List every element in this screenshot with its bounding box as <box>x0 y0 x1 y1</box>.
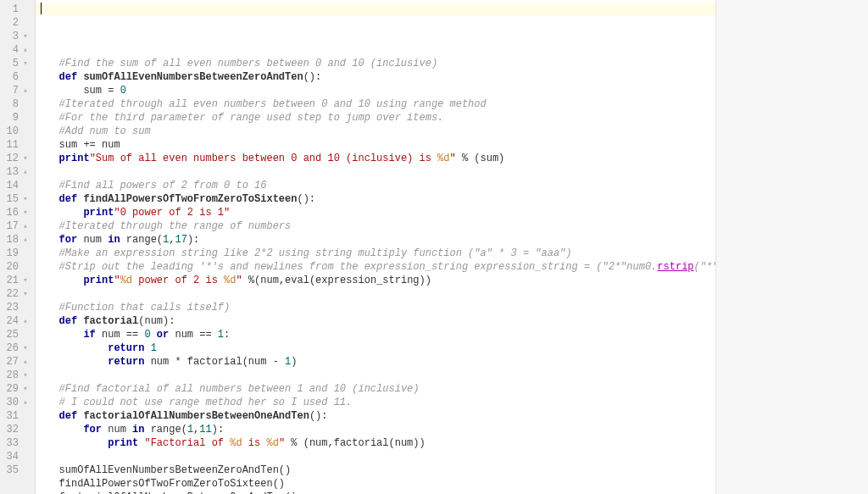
gutter-row: 1 <box>3 3 30 16</box>
code-line[interactable] <box>41 369 715 382</box>
code-line[interactable]: for num in range(1,11): <box>41 423 715 436</box>
fold-down-icon[interactable]: ▾ <box>21 196 30 203</box>
code-line[interactable]: #Add num to sum <box>41 125 715 138</box>
fold-down-icon[interactable]: ▾ <box>21 33 30 41</box>
code-line[interactable]: #Strip out the leading '*'s and newlines… <box>41 260 715 274</box>
code-line[interactable] <box>41 450 715 463</box>
code-line[interactable]: sum = 0 <box>41 84 715 97</box>
line-number: 34 <box>3 450 19 463</box>
fold-down-icon[interactable]: ▾ <box>21 277 30 285</box>
code-line[interactable]: sum += num <box>41 138 715 152</box>
code-token: eval <box>285 275 309 286</box>
code-line[interactable]: return 1 <box>41 341 715 355</box>
code-token <box>41 261 59 273</box>
gutter-row: 11 <box>3 138 30 152</box>
code-token: print <box>59 153 90 164</box>
code-token <box>41 71 59 83</box>
fold-up-icon[interactable]: ▴ <box>21 169 30 176</box>
code-token: def <box>59 193 78 205</box>
code-line[interactable]: #Function that calls itself) <box>41 301 715 314</box>
fold-down-icon[interactable]: ▾ <box>21 345 30 352</box>
gutter-row: 21▾ <box>3 274 30 287</box>
code-token: is <box>242 437 267 449</box>
code-token: (): <box>303 71 322 83</box>
code-line[interactable]: print"0 power of 2 is 1" <box>41 206 715 219</box>
code-token: print <box>108 437 138 449</box>
code-token: num == <box>96 329 145 341</box>
code-line[interactable] <box>41 287 715 301</box>
code-line[interactable] <box>41 165 715 179</box>
code-token: "0 power of 2 is 1" <box>114 207 230 219</box>
fold-up-icon[interactable]: ▴ <box>21 223 30 230</box>
code-line[interactable]: # I could not use range method her so I … <box>41 396 715 409</box>
code-line[interactable]: #Iterated through the range of numbers <box>41 219 715 233</box>
code-line[interactable]: print"Sum of all even numbers between 0 … <box>41 152 715 165</box>
code-token: #Find all powers of 2 from 0 to 16 <box>59 180 267 191</box>
code-line[interactable]: sumOfAllEvenNumbersBetweenZeroAndTen() <box>41 463 715 477</box>
code-line[interactable]: #Find factorial of all numbers between 1… <box>41 382 715 396</box>
line-number: 18 <box>3 233 19 247</box>
line-number: 2 <box>3 16 19 30</box>
fold-up-icon[interactable]: ▴ <box>21 47 30 54</box>
code-token: num <box>102 424 132 436</box>
code-token: #Add num to sum <box>59 125 151 137</box>
gutter-row: 12▾ <box>3 152 30 165</box>
line-number: 7 <box>3 84 19 97</box>
code-line[interactable]: def factorialOfAllNumbersBetweenOneAndTe… <box>41 409 715 423</box>
code-line[interactable]: print "Factorial of %d is %d" % (num,fac… <box>41 436 715 450</box>
code-line[interactable]: #For the third parameter of range used s… <box>41 111 715 125</box>
code-token <box>41 207 83 219</box>
code-token <box>41 98 59 110</box>
fold-down-icon[interactable]: ▾ <box>21 209 30 217</box>
code-token: %d <box>120 275 132 286</box>
code-line[interactable]: return num * factorial(num - 1) <box>41 355 715 369</box>
editor-right-margin <box>715 0 868 494</box>
code-token: def <box>59 315 78 327</box>
code-line[interactable]: def factorial(num): <box>41 314 715 328</box>
fold-up-icon[interactable]: ▴ <box>21 318 30 325</box>
code-line[interactable]: print"%d power of 2 is %d" %(num,eval(ex… <box>41 274 715 287</box>
code-line[interactable]: #Find the sum of all even numbers betwee… <box>41 57 715 70</box>
code-token: " <box>114 275 120 286</box>
fold-up-icon[interactable]: ▴ <box>21 87 30 95</box>
line-number: 3 <box>3 30 19 43</box>
gutter-row: 16▾ <box>3 206 30 219</box>
code-token <box>41 275 83 286</box>
code-token: in <box>132 424 144 436</box>
code-line[interactable]: if num == 0 or num == 1: <box>41 328 715 341</box>
code-line[interactable]: for num in range(1,17): <box>41 233 715 247</box>
code-line[interactable]: #Iterated through all even numbers betwe… <box>41 97 715 111</box>
line-number: 25 <box>3 328 19 341</box>
code-line[interactable]: #Make an expression string like 2*2 usin… <box>41 247 715 260</box>
fold-down-icon[interactable]: ▾ <box>21 291 30 298</box>
line-number: 23 <box>3 301 19 314</box>
fold-down-icon[interactable]: ▾ <box>21 155 30 163</box>
code-token: #Function that calls itself) <box>59 302 231 314</box>
line-number: 27 <box>3 355 19 369</box>
fold-down-icon[interactable]: ▾ <box>21 60 30 68</box>
code-token: " <box>450 153 456 164</box>
fold-down-icon[interactable]: ▾ <box>21 386 30 393</box>
code-line[interactable]: factorialOfAllNumbersBetweenOneAndTen() <box>41 491 715 494</box>
code-editor-area[interactable]: #Find the sum of all even numbers betwee… <box>36 0 715 494</box>
line-number: 14 <box>3 179 19 192</box>
code-token <box>41 424 83 436</box>
text-cursor <box>41 3 42 14</box>
line-number: 35 <box>3 463 19 477</box>
line-number: 31 <box>3 409 19 423</box>
gutter-row: 30▴ <box>3 396 30 409</box>
fold-up-icon[interactable]: ▴ <box>21 399 30 407</box>
code-line[interactable]: findAllPowersOfTwoFromZeroToSixteen() <box>41 477 715 491</box>
code-line[interactable]: #Find all powers of 2 from 0 to 16 <box>41 179 715 192</box>
fold-up-icon[interactable]: ▴ <box>21 236 30 244</box>
code-token: ): <box>187 234 199 246</box>
code-line[interactable] <box>41 43 715 57</box>
code-line[interactable]: def sumOfAllEvenNumbersBetweenZeroAndTen… <box>41 70 715 84</box>
gutter-row: 28▾ <box>3 369 30 382</box>
code-line[interactable]: def findAllPowersOfTwoFromZeroToSixteen(… <box>41 192 715 206</box>
code-token: #Find the sum of all even numbers betwee… <box>41 58 437 69</box>
code-token: #Find factorial of all numbers between 1… <box>59 383 420 395</box>
fold-up-icon[interactable]: ▴ <box>21 358 30 366</box>
fold-down-icon[interactable]: ▾ <box>21 372 30 380</box>
code-token: sumOfAllEvenNumbersBetweenZeroAndTen <box>83 71 303 83</box>
